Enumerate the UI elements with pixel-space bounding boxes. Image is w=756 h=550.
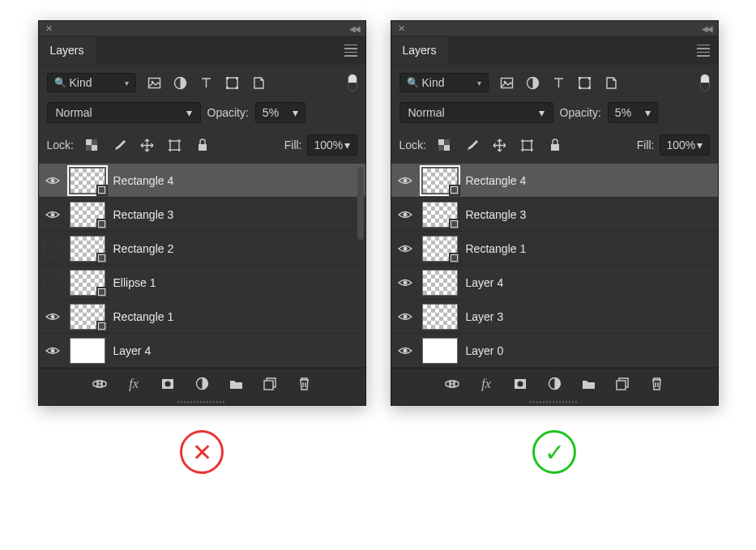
lock-position-icon[interactable] (493, 138, 507, 152)
blend-mode-dropdown[interactable]: Normal▾ (47, 102, 201, 123)
layer-row[interactable]: Layer 4 (391, 266, 718, 300)
filter-kind-dropdown[interactable]: 🔍Kind▾ (47, 73, 136, 92)
add-mask-icon[interactable] (512, 376, 528, 392)
collapse-icon[interactable]: ◀◀ (349, 24, 359, 33)
visibility-eye-icon[interactable] (396, 274, 414, 292)
close-icon[interactable]: ✕ (398, 23, 405, 34)
layer-name[interactable]: Layer 4 (113, 344, 152, 357)
visibility-eye-icon[interactable] (396, 172, 414, 190)
layer-name[interactable]: Rectangle 1 (466, 242, 527, 255)
resize-grip[interactable] (391, 399, 718, 405)
add-mask-icon[interactable] (160, 376, 176, 392)
layer-row[interactable]: Rectangle 2 (39, 232, 365, 266)
close-icon[interactable]: ✕ (45, 23, 53, 34)
layer-name[interactable]: Rectangle 4 (113, 174, 174, 187)
layer-row[interactable]: Rectangle 1 (391, 232, 718, 266)
filter-adjustment-icon[interactable] (526, 75, 540, 90)
layer-name[interactable]: Ellipse 1 (113, 276, 156, 289)
opacity-dropdown[interactable]: 5%▾ (255, 102, 305, 123)
collapse-icon[interactable]: ◀◀ (702, 24, 711, 33)
layer-name[interactable]: Rectangle 3 (466, 208, 527, 221)
layer-thumbnail[interactable] (422, 202, 458, 228)
filter-type-icon[interactable] (199, 75, 214, 90)
layer-name[interactable]: Rectangle 1 (113, 310, 174, 323)
layer-thumbnail[interactable] (422, 338, 458, 364)
visibility-eye-icon[interactable] (396, 240, 414, 258)
layer-name[interactable]: Layer 3 (466, 310, 504, 323)
filter-smart-icon[interactable] (251, 75, 266, 90)
layer-row[interactable]: Rectangle 3 (39, 198, 365, 232)
filter-shape-icon[interactable] (225, 75, 240, 90)
layer-thumbnail[interactable] (70, 338, 105, 364)
lock-transparency-icon[interactable] (85, 138, 100, 152)
visibility-eye-icon[interactable] (44, 172, 62, 190)
filter-pixel-icon[interactable] (500, 75, 515, 90)
blend-mode-dropdown[interactable]: Normal▾ (399, 102, 553, 123)
filter-kind-dropdown[interactable]: 🔍Kind▾ (399, 73, 489, 92)
opacity-dropdown[interactable]: 5%▾ (608, 102, 658, 123)
new-layer-icon[interactable] (614, 376, 630, 392)
filter-toggle[interactable] (348, 74, 357, 92)
visibility-eye-icon[interactable] (396, 342, 414, 360)
fill-dropdown[interactable]: 100%▾ (307, 134, 357, 156)
filter-adjustment-icon[interactable] (173, 75, 188, 90)
layer-thumbnail[interactable] (422, 168, 458, 194)
lock-all-icon[interactable] (195, 138, 210, 152)
lock-transparency-icon[interactable] (438, 138, 452, 152)
layer-row[interactable]: Ellipse 1 (39, 266, 365, 300)
panel-menu-icon[interactable] (689, 45, 718, 57)
new-group-icon[interactable] (228, 376, 244, 392)
fx-icon[interactable]: fx (126, 376, 142, 392)
layer-row[interactable]: Layer 0 (391, 334, 718, 368)
layer-name[interactable]: Rectangle 2 (113, 242, 174, 255)
layer-row[interactable]: Rectangle 1 (39, 300, 365, 334)
visibility-toggle-empty[interactable] (44, 240, 62, 258)
delete-layer-icon[interactable] (648, 376, 664, 392)
layer-row[interactable]: Rectangle 4 (39, 164, 365, 198)
lock-image-icon[interactable] (465, 138, 480, 152)
tab-layers[interactable]: Layers (391, 36, 448, 64)
lock-position-icon[interactable] (140, 138, 155, 152)
visibility-eye-icon[interactable] (44, 206, 62, 224)
new-group-icon[interactable] (580, 376, 596, 392)
layer-thumbnail[interactable] (70, 202, 105, 228)
new-layer-icon[interactable] (262, 376, 278, 392)
filter-toggle[interactable] (700, 74, 710, 92)
layer-name[interactable]: Layer 4 (466, 276, 504, 289)
resize-grip[interactable] (39, 399, 365, 405)
layer-thumbnail[interactable] (422, 236, 458, 262)
layer-thumbnail[interactable] (422, 304, 458, 330)
layer-name[interactable]: Rectangle 4 (466, 174, 527, 187)
layer-thumbnail[interactable] (422, 270, 458, 296)
fx-icon[interactable]: fx (478, 376, 494, 392)
lock-artboard-icon[interactable] (168, 138, 182, 152)
layer-name[interactable]: Rectangle 3 (113, 208, 174, 221)
scrollbar[interactable] (357, 167, 364, 240)
visibility-eye-icon[interactable] (44, 308, 62, 326)
visibility-toggle-empty[interactable] (44, 274, 62, 292)
layer-row[interactable]: Layer 3 (391, 300, 718, 334)
delete-layer-icon[interactable] (296, 376, 312, 392)
filter-smart-icon[interactable] (604, 75, 618, 90)
layer-thumbnail[interactable] (70, 168, 105, 194)
layer-thumbnail[interactable] (70, 236, 105, 262)
layer-thumbnail[interactable] (70, 270, 105, 296)
lock-image-icon[interactable] (113, 138, 127, 152)
filter-shape-icon[interactable] (578, 75, 592, 90)
lock-artboard-icon[interactable] (520, 138, 535, 152)
layer-row[interactable]: Rectangle 4 (391, 164, 718, 198)
lock-all-icon[interactable] (548, 138, 562, 152)
filter-pixel-icon[interactable] (147, 75, 162, 90)
link-layers-icon[interactable] (444, 376, 460, 392)
layer-thumbnail[interactable] (70, 304, 105, 330)
layer-name[interactable]: Layer 0 (466, 344, 504, 357)
tab-layers[interactable]: Layers (39, 36, 96, 64)
visibility-eye-icon[interactable] (396, 206, 414, 224)
new-adjustment-icon[interactable] (194, 376, 210, 392)
visibility-eye-icon[interactable] (396, 308, 414, 326)
visibility-eye-icon[interactable] (44, 342, 62, 360)
panel-menu-icon[interactable] (336, 45, 365, 57)
layer-row[interactable]: Layer 4 (39, 334, 365, 368)
layer-row[interactable]: Rectangle 3 (391, 198, 718, 232)
filter-type-icon[interactable] (552, 75, 566, 90)
